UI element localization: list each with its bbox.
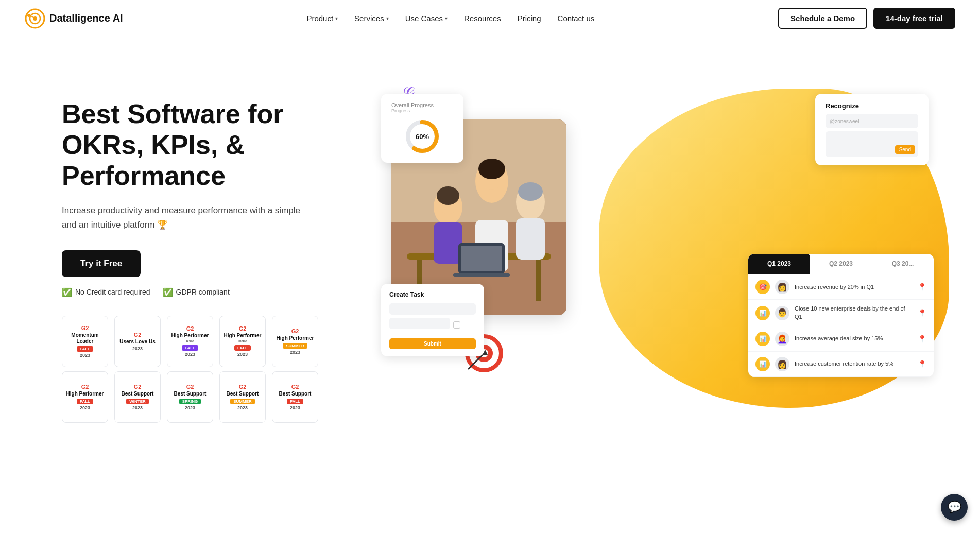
okr-avatar-2: 👨 (775, 306, 789, 320)
okr-item-icon-3: 📊 (755, 332, 770, 346)
chat-icon: 💬 (948, 501, 961, 514)
hero-title: Best Software for OKRs, KPIs, & Performa… (62, 99, 350, 191)
okr-tab-q1[interactable]: Q1 2023 (748, 254, 810, 274)
nav-resources[interactable]: Resources (464, 14, 501, 23)
hero-right: 𝒢 Overall Progress Progress 60% Recogniz… (371, 78, 939, 387)
okr-pin-icon-4: 📍 (918, 360, 926, 368)
badge-high-performer-fall: G2 High Performer FALL 2023 (62, 371, 108, 423)
recognize-name-input[interactable]: @zonesweel (826, 114, 918, 128)
progress-ring: 60% (391, 118, 453, 154)
badge-best-support-fall: G2 Best Support FALL 2023 (272, 371, 318, 423)
svg-text:60%: 60% (416, 133, 429, 141)
nav-pricing[interactable]: Pricing (518, 14, 541, 23)
badges-row-2: G2 High Performer FALL 2023 G2 Best Supp… (62, 371, 350, 423)
try-free-button[interactable]: Try it Free (62, 250, 141, 277)
okr-tab-q3[interactable]: Q3 20... (872, 254, 934, 274)
svg-rect-27 (453, 273, 510, 277)
svg-point-20 (478, 159, 505, 179)
svg-rect-26 (461, 246, 502, 271)
okr-item-text-3: Increase average deal size by 15% (795, 335, 913, 342)
task-row (389, 318, 476, 332)
okr-card: Q1 2023 Q2 2023 Q3 20... 🎯 👩 Increase re… (748, 254, 934, 377)
okr-item-text-2: Close 10 new enterprise deals by the end… (795, 305, 913, 321)
okr-item-text-1: Increase revenue by 20% in Q1 (795, 283, 913, 291)
okr-tab-q2[interactable]: Q2 2023 (810, 254, 872, 274)
hero-subtitle: Increase productivity and measure perfor… (62, 203, 309, 231)
okr-pin-icon-1: 📍 (918, 283, 926, 291)
svg-point-2 (33, 16, 37, 21)
create-task-title: Create Task (389, 291, 476, 298)
okr-item-1: 🎯 👩 Increase revenue by 20% in Q1 📍 (748, 274, 934, 300)
okr-avatar-1: 👩 (775, 280, 789, 294)
nav-services[interactable]: Services ▾ (354, 14, 389, 23)
nav-actions: Schedule a Demo 14-day free trial (778, 8, 955, 29)
svg-rect-22 (516, 218, 545, 260)
hero-section: Best Software for OKRs, KPIs, & Performa… (0, 37, 980, 533)
okr-item-icon-2: 📊 (755, 306, 770, 320)
svg-rect-14 (434, 222, 462, 264)
gdpr-check: ✅ GDPR compliant (163, 287, 230, 297)
task-input-2[interactable] (389, 318, 450, 329)
recognize-title: Recognize (826, 102, 918, 110)
svg-point-16 (437, 186, 459, 205)
recognize-card: Recognize @zonesweel Send (815, 94, 929, 165)
brand-logo[interactable]: Datalligence AI (25, 8, 123, 29)
hero-checks: ✅ No Credit card required ✅ GDPR complia… (62, 287, 350, 297)
chat-button[interactable]: 💬 (941, 494, 968, 521)
badge-users-love-us: G2 Users Love Us 2023 (114, 316, 161, 367)
svg-rect-12 (536, 260, 541, 301)
task-submit-button[interactable]: Submit (389, 338, 476, 349)
hero-left: Best Software for OKRs, KPIs, & Performa… (62, 78, 350, 423)
checkmark-icon: ✅ (62, 287, 72, 297)
overall-progress-label: Overall Progress (391, 102, 453, 108)
task-checkbox[interactable] (453, 321, 460, 329)
navbar: Datalligence AI Product ▾ Services ▾ Use… (0, 0, 980, 37)
checkmark-icon: ✅ (163, 287, 173, 297)
okr-item-text-4: Increase customer retention rate by 5% (795, 360, 913, 368)
schedule-demo-button[interactable]: Schedule a Demo (778, 8, 867, 29)
badge-high-performer-asia: G2 High Performer Asia FALL 2023 (167, 316, 213, 367)
brand-name: Datalligence AI (49, 12, 123, 24)
badge-best-support-summer: G2 Best Support SUMMER 2023 (219, 371, 266, 423)
no-credit-card-check: ✅ No Credit card required (62, 287, 150, 297)
badge-best-support-winter: G2 Best Support WINTER 2023 (114, 371, 161, 423)
recognize-message-area[interactable]: Send (826, 131, 918, 157)
okr-item-icon-1: 🎯 (755, 280, 770, 294)
nav-use-cases[interactable]: Use Cases ▾ (405, 14, 448, 23)
nav-product[interactable]: Product ▾ (306, 14, 338, 23)
okr-item-2: 📊 👨 Close 10 new enterprise deals by the… (748, 300, 934, 326)
svg-point-24 (518, 182, 543, 201)
badge-momentum-leader: G2 Momentum Leader FALL 2023 (62, 316, 108, 367)
free-trial-button[interactable]: 14-day free trial (873, 8, 955, 29)
chevron-down-icon: ▾ (386, 15, 389, 21)
okr-tabs: Q1 2023 Q2 2023 Q3 20... (748, 254, 934, 274)
okr-avatar-3: 👩‍🦰 (775, 332, 789, 346)
chevron-down-icon: ▾ (335, 15, 338, 21)
okr-item-3: 📊 👩‍🦰 Increase average deal size by 15% … (748, 326, 934, 352)
nav-links: Product ▾ Services ▾ Use Cases ▾ Resourc… (306, 14, 594, 23)
okr-avatar-4: 👩 (775, 357, 789, 371)
okr-item-4: 📊 👩 Increase customer retention rate by … (748, 352, 934, 377)
overall-progress-card: Overall Progress Progress 60% (381, 94, 463, 163)
nav-contact[interactable]: Contact us (558, 14, 595, 23)
okr-item-icon-4: 📊 (755, 357, 770, 371)
badges-row-1: G2 Momentum Leader FALL 2023 G2 Users Lo… (62, 316, 350, 367)
overall-progress-sublabel: Progress (391, 108, 453, 113)
task-input-1[interactable] (389, 303, 476, 315)
chevron-down-icon: ▾ (445, 15, 448, 21)
svg-point-3 (27, 14, 30, 17)
badge-high-performer-india: G2 High Performer India FALL 2023 (219, 316, 266, 367)
create-task-card: Create Task Submit (381, 284, 484, 356)
recognize-send-button[interactable]: Send (895, 145, 915, 154)
okr-pin-icon-3: 📍 (918, 335, 926, 343)
badge-high-performer-summer: G2 High Performer SUMMER 2023 (272, 316, 318, 367)
badge-best-support-spring: G2 Best Support SPRING 2023 (167, 371, 213, 423)
okr-pin-icon-2: 📍 (918, 309, 926, 317)
